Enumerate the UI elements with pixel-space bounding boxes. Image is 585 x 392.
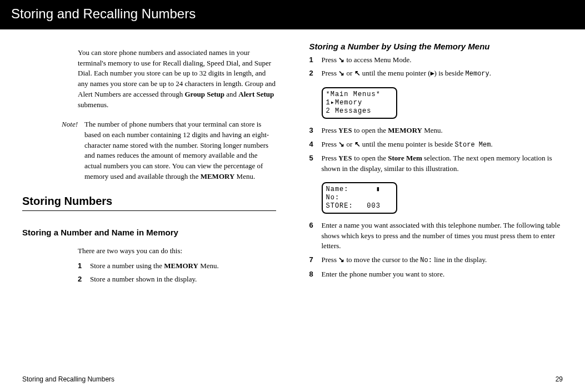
- lcd-line: No:: [326, 194, 393, 202]
- right-column: Storing a Number by Using the Memory Men…: [309, 41, 563, 288]
- memory-label: Memory: [466, 70, 489, 78]
- group-setup-label: Group Setup: [184, 90, 224, 98]
- step-text: Press ↘ to access Menu Mode.: [322, 55, 563, 66]
- store-mem-ref: Store Mem: [388, 154, 422, 162]
- page-number: 29: [556, 375, 563, 384]
- page-body: You can store phone numbers and associat…: [0, 29, 585, 288]
- s1-a: Press: [322, 56, 339, 64]
- s2-d: ) is beside: [434, 69, 466, 77]
- step-number: 2: [309, 68, 322, 79]
- s3-b: to open the: [352, 126, 388, 134]
- lcd-line: 1▸Memory: [326, 99, 393, 107]
- step-number: 3: [309, 125, 322, 136]
- s7-a: Press: [322, 255, 339, 264]
- s5-a: Press: [322, 154, 339, 162]
- list-item: 1 Store a number using the MEMORY Menu.: [78, 261, 276, 272]
- list-item: 3 Press YES to open the MEMORY Menu.: [309, 125, 563, 136]
- step-text: Enter the phone number you want to store…: [322, 269, 563, 280]
- note-block: Note! The number of phone numbers that y…: [22, 119, 276, 182]
- step-number: 6: [309, 220, 322, 252]
- alert-setup-label: Alert Setup: [238, 90, 274, 98]
- s2-e: .: [489, 69, 491, 77]
- left-step-list: 1 Store a number using the MEMORY Menu. …: [78, 261, 276, 285]
- list-item: 6 Enter a name you want associated with …: [309, 220, 563, 252]
- list-item: 2 Press ↘ or ↖ until the menu pointer (▸…: [309, 68, 563, 79]
- step-number: 4: [309, 139, 322, 150]
- subsection-memory-menu: Storing a Number by Using the Memory Men…: [309, 41, 563, 53]
- down-arrow-icon: ↘: [338, 69, 344, 77]
- s3-a: Press: [322, 126, 339, 134]
- down-arrow-icon: ↘: [338, 56, 344, 64]
- step-number: 7: [309, 255, 322, 265]
- s4-a: Press: [322, 140, 339, 148]
- step-number: 1: [309, 55, 322, 66]
- store-mem-label: Store Mem: [455, 141, 491, 149]
- step-number: 2: [78, 274, 90, 285]
- list-item: 8 Enter the phone number you want to sto…: [309, 269, 563, 280]
- s2-b: or: [344, 69, 354, 77]
- pointer-icon: ▸: [431, 69, 434, 77]
- step-text: Press YES to open the MEMORY Menu.: [322, 125, 563, 136]
- s4-b: or: [344, 140, 354, 148]
- yes-key: YES: [338, 127, 352, 134]
- note-text: The number of phone numbers that your te…: [84, 119, 276, 182]
- memory-menu-ref: MEMORY: [201, 172, 235, 180]
- step-number: 8: [309, 269, 322, 280]
- step-number: 1: [78, 261, 90, 272]
- note-label: Note!: [22, 119, 84, 182]
- list-item: 2 Store a number shown in the display.: [78, 274, 276, 285]
- up-arrow-icon: ↖: [354, 69, 361, 77]
- step-text: Press ↘ or ↖ until the menu pointer (▸) …: [322, 68, 563, 79]
- step-text: Store a number using the MEMORY Menu.: [90, 261, 276, 272]
- memory-menu-ref: MEMORY: [388, 126, 422, 134]
- s2-a: Press: [322, 69, 339, 77]
- down-arrow-icon: ↘: [338, 255, 344, 264]
- subsection-intro: There are two ways you can do this:: [78, 246, 276, 257]
- lcd-display-store: Name: ▮ No: STORE: 003: [322, 182, 397, 214]
- down-arrow-icon: ↘: [338, 140, 344, 148]
- s4-c: until the menu pointer is beside: [361, 140, 455, 148]
- s4-d: .: [491, 140, 492, 148]
- lcd-display-main-menus: *Main Menus* 1▸Memory 2 Messages: [322, 87, 397, 119]
- lcd-line: 2 Messages: [326, 107, 393, 115]
- page-footer: Storing and Recalling Numbers 29: [22, 375, 563, 384]
- list-item: 7 Press ↘ to move the cursor to the No: …: [309, 255, 563, 265]
- intro-and: and: [224, 90, 238, 98]
- step1-a: Store a number using the: [90, 262, 164, 270]
- up-arrow-icon: ↖: [354, 140, 361, 148]
- step-number: 5: [309, 153, 322, 174]
- step-text: Press ↘ to move the cursor to the No: li…: [322, 255, 563, 265]
- s2-c: until the menu pointer (: [361, 69, 431, 77]
- subsection-store-name: Storing a Number and Name in Memory: [22, 227, 276, 239]
- list-item: 4 Press ↘ or ↖ until the menu pointer is…: [309, 139, 563, 150]
- memory-menu-ref: MEMORY: [164, 262, 198, 270]
- step-text: Store a number shown in the display.: [90, 274, 276, 285]
- s7-b: to move the cursor to the: [344, 255, 420, 264]
- section-storing-numbers: Storing Numbers: [22, 193, 276, 211]
- right-step-list: 1 Press ↘ to access Menu Mode. 2 Press ↘…: [309, 55, 563, 280]
- note-text-b: Menu.: [234, 172, 255, 180]
- list-item: 1 Press ↘ to access Menu Mode.: [309, 55, 563, 66]
- page-title-banner: Storing and Recalling Numbers: [0, 0, 585, 29]
- s7-c: line in the display.: [432, 255, 487, 264]
- no-field-label: No:: [420, 257, 432, 264]
- s3-c: Menu.: [422, 126, 443, 134]
- step-text: Press ↘ or ↖ until the menu pointer is b…: [322, 139, 563, 150]
- list-item: 5 Press YES to open the Store Mem select…: [309, 153, 563, 174]
- yes-key: YES: [338, 154, 352, 162]
- step-text: Enter a name you want associated with th…: [322, 220, 563, 252]
- lcd-line: Name: ▮: [326, 185, 393, 194]
- intro-text-b: submenus.: [78, 100, 108, 109]
- step1-b: Menu.: [198, 262, 219, 270]
- step-text: Press YES to open the Store Mem selectio…: [322, 153, 563, 174]
- left-column: You can store phone numbers and associat…: [22, 41, 276, 288]
- lcd-line: *Main Menus*: [326, 91, 393, 99]
- note-text-a: The number of phone numbers that your te…: [84, 120, 269, 180]
- footer-section-title: Storing and Recalling Numbers: [22, 375, 114, 384]
- s5-b: to open the: [352, 154, 388, 162]
- lcd-line: STORE: 003: [326, 202, 393, 210]
- s1-b: to access Menu Mode.: [344, 56, 411, 64]
- intro-paragraph: You can store phone numbers and associat…: [78, 48, 276, 110]
